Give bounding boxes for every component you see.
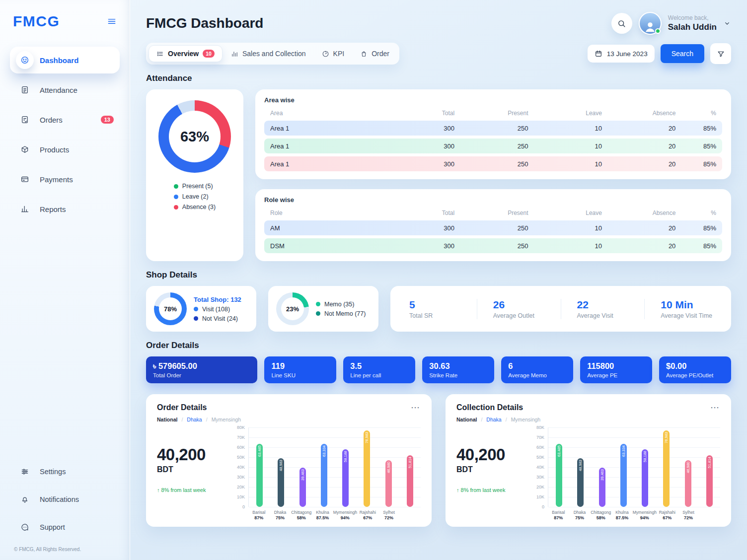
bar-value-label: 39,463 bbox=[600, 469, 604, 481]
date-text: 13 June 2023 bbox=[607, 50, 648, 58]
bar-mymensingh: 58,188 bbox=[642, 449, 648, 507]
column-header: Leave bbox=[528, 110, 602, 117]
chevron-down-icon[interactable] bbox=[723, 19, 731, 27]
overview-icon bbox=[156, 50, 164, 58]
stat-total-sr: 5Total SR bbox=[393, 299, 477, 319]
x-axis-label: Barisal87% bbox=[548, 510, 569, 521]
chart-title: Collection Details bbox=[456, 403, 523, 412]
sidebar-item-reports[interactable]: Reports bbox=[10, 196, 120, 222]
metric-label: Average PE bbox=[587, 372, 645, 378]
search-button[interactable]: Search bbox=[661, 44, 704, 63]
stat-label: Average Visit bbox=[577, 312, 645, 319]
tab-overview[interactable]: Overview10 bbox=[149, 45, 223, 62]
total-shop-value: 132 bbox=[230, 296, 241, 303]
sidebar-item-settings[interactable]: Settings bbox=[10, 459, 120, 484]
online-status-dot bbox=[655, 28, 661, 34]
table-cell: 250 bbox=[454, 242, 528, 250]
total-shop-label: Total Shop: bbox=[194, 296, 229, 303]
sidebar-item-support[interactable]: Support bbox=[10, 515, 120, 540]
table-title: Area wise bbox=[264, 96, 722, 104]
bar-extra: 51,814 bbox=[706, 455, 713, 507]
sidebar-item-attendance[interactable]: Attendance bbox=[10, 76, 120, 103]
x-axis-pct: 87% bbox=[548, 515, 569, 521]
sidebar-item-label: Attendance bbox=[40, 86, 77, 94]
table-cell: 10 bbox=[528, 160, 602, 168]
more-options-icon[interactable]: ⋯ bbox=[411, 403, 421, 412]
memo-legend-items: Memo (35)Not Memo (77) bbox=[316, 301, 366, 317]
metric-label: Average Memo bbox=[508, 372, 566, 378]
avatar[interactable] bbox=[639, 12, 662, 35]
gridline bbox=[249, 507, 421, 507]
bar-rajshahi: 76,983 bbox=[663, 430, 670, 507]
bar-rajshahi: 76,983 bbox=[364, 430, 370, 507]
bar-slot: 63,485 bbox=[548, 427, 570, 507]
table-cell: 300 bbox=[381, 125, 454, 132]
main-content: FMCG Dashboard Welcome back, Salah Uddin… bbox=[130, 0, 747, 560]
stat-value: 22 bbox=[577, 299, 645, 311]
legend-item: Leave (2) bbox=[174, 193, 216, 200]
bar-slot: 63,334 bbox=[313, 427, 335, 507]
breadcrumb-item-national[interactable]: National bbox=[157, 417, 177, 422]
tab-order[interactable]: Order bbox=[353, 46, 397, 62]
plot-wrap: 80K70K60K50K40K30K20K10K063,48548,98339,… bbox=[531, 427, 720, 507]
x-axis-pct: 87% bbox=[248, 515, 270, 521]
more-options-icon[interactable]: ⋯ bbox=[710, 403, 720, 412]
y-tick-label: 30K bbox=[536, 475, 544, 480]
bar-slot: 58,188 bbox=[335, 427, 356, 507]
breadcrumb-item-mymensingh[interactable]: Mymensingh bbox=[511, 417, 541, 422]
bar-khulna: 63,334 bbox=[620, 444, 627, 507]
chart-unit: BDT bbox=[157, 465, 231, 474]
x-axis-city: Khulna bbox=[611, 510, 633, 515]
metric-label: Total Order bbox=[153, 372, 250, 378]
x-axis-city: Chittagong bbox=[590, 510, 611, 515]
column-header: % bbox=[675, 110, 716, 117]
bar-dhaka: 48,983 bbox=[577, 458, 584, 507]
breadcrumb-separator: / bbox=[181, 417, 183, 422]
bar-value-label: 48,983 bbox=[279, 460, 283, 471]
sidebar-item-label: Notifications bbox=[40, 495, 79, 503]
breadcrumb-item-dhaka[interactable]: Dhaka bbox=[187, 417, 202, 422]
stat-average-visit-time: 10 MinAverage Visit Time bbox=[644, 299, 728, 319]
search-icon[interactable] bbox=[611, 13, 632, 34]
metric-value: 119 bbox=[271, 361, 329, 371]
legend-item: Visit (108) bbox=[194, 306, 241, 313]
breadcrumb-item-national[interactable]: National bbox=[456, 417, 477, 422]
x-axis-label bbox=[399, 510, 421, 521]
table-cell: 20 bbox=[602, 224, 675, 232]
tab-sales-and-collection[interactable]: Sales and Collection bbox=[224, 46, 313, 62]
y-axis-labels: 80K70K60K50K40K30K20K10K0 bbox=[531, 427, 548, 507]
metric-value: 3.5 bbox=[350, 361, 408, 371]
sidebar-item-payments[interactable]: Payments bbox=[10, 166, 120, 193]
y-tick-label: 20K bbox=[237, 485, 245, 490]
bar-mymensingh: 58,188 bbox=[342, 449, 349, 507]
legend-item: Not Visit (24) bbox=[194, 315, 241, 322]
breadcrumb-item-dhaka[interactable]: Dhaka bbox=[486, 417, 501, 422]
table-cell: 250 bbox=[454, 125, 528, 132]
chart-header: Collection Details⋯ bbox=[456, 403, 720, 412]
toolbar: Overview10Sales and CollectionKPIOrder 1… bbox=[146, 43, 731, 65]
metric-card-line-sku: 119Line SKU bbox=[264, 356, 336, 383]
y-tick-label: 30K bbox=[237, 475, 245, 480]
bar-value-label: 58,188 bbox=[343, 451, 348, 462]
hamburger-menu-icon[interactable] bbox=[107, 16, 117, 26]
total-shop-line: Total Shop: 132 bbox=[194, 296, 241, 303]
sidebar-item-notifications[interactable]: Notifications bbox=[10, 487, 120, 512]
chart-area: 80K70K60K50K40K30K20K10K063,48548,98339,… bbox=[531, 427, 720, 521]
breadcrumb-item-mymensingh[interactable]: Mymensingh bbox=[212, 417, 241, 422]
x-axis-labels: Barisal87%Dhaka75%Chittagong58%Khulna87.… bbox=[248, 507, 421, 521]
tab-kpi[interactable]: KPI bbox=[314, 46, 352, 62]
date-picker[interactable]: 13 June 2023 bbox=[588, 45, 655, 63]
y-tick-label: 50K bbox=[536, 455, 544, 460]
filter-icon[interactable] bbox=[710, 43, 731, 64]
x-axis-label: Chittagong58% bbox=[291, 510, 312, 521]
sidebar-item-dashboard[interactable]: Dashboard bbox=[10, 47, 120, 73]
bar-value-label: 63,485 bbox=[557, 445, 561, 457]
table-cell: 20 bbox=[602, 142, 675, 150]
table-cell: 85% bbox=[675, 242, 716, 250]
x-axis-city: Chittagong bbox=[291, 510, 312, 515]
sidebar-item-products[interactable]: Products bbox=[10, 136, 120, 163]
sidebar-item-orders[interactable]: Orders13 bbox=[10, 106, 120, 133]
x-axis-label: Chittagong58% bbox=[590, 510, 611, 521]
bar-sylhet: 46,980 bbox=[685, 460, 691, 507]
attendance-legend: Present (5)Leave (2)Absence (3) bbox=[174, 183, 216, 210]
